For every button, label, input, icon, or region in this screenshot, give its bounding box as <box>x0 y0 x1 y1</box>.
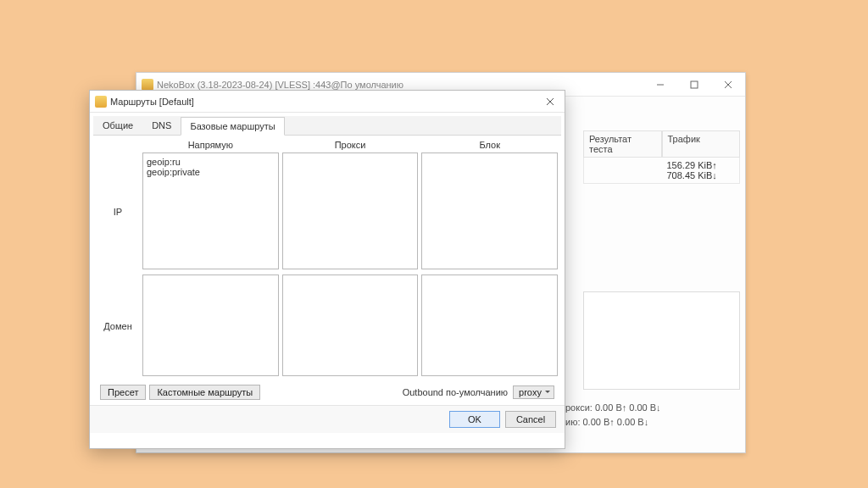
ok-button[interactable]: OK <box>449 411 500 428</box>
main-window-title: NekoBox (3.18-2023-08-24) [VLESS] :443@П… <box>157 80 643 90</box>
ip-proxy-textarea[interactable] <box>282 152 419 269</box>
bottom-controls: Пресет Кастомные маршруты Outbound по-ум… <box>95 381 559 405</box>
routes-content: Напрямую Прокси Блок IP Домен Пресет Кас… <box>90 136 565 405</box>
domain-block-textarea[interactable] <box>421 274 558 376</box>
domain-row: Домен <box>95 274 559 378</box>
column-headers: Напрямую Прокси Блок <box>141 137 559 152</box>
close-icon[interactable] <box>542 94 558 109</box>
app-icon <box>95 96 107 108</box>
ip-block-textarea[interactable] <box>421 152 558 269</box>
status-proxy-line: рокси: 0.00 B↑ 0.00 B↓ <box>565 402 661 413</box>
dialog-button-bar: OK Cancel <box>90 405 565 433</box>
col-traffic[interactable]: Трафик <box>662 130 741 158</box>
minimize-button[interactable] <box>643 73 677 96</box>
col-test-result[interactable]: Результат теста <box>583 130 662 158</box>
domain-proxy-textarea[interactable] <box>282 274 419 376</box>
outbound-default-label: Outbound по-умолчанию <box>403 387 508 397</box>
cell-traffic: 156.29 KiB↑ 708.45 KiB↓ <box>662 158 740 183</box>
dialog-title: Маршруты [Default] <box>110 97 542 107</box>
ip-row-label: IP <box>95 152 141 271</box>
table-row[interactable]: 156.29 KiB↑ 708.45 KiB↓ <box>583 158 740 184</box>
custom-routes-button[interactable]: Кастомные маршруты <box>149 385 260 400</box>
col-direct-header: Напрямую <box>141 137 281 152</box>
status-default-line: ию: 0.00 B↑ 0.00 B↓ <box>565 417 648 427</box>
outbound-default-select[interactable]: proxy <box>513 385 554 399</box>
results-table: Результат теста Трафик 156.29 KiB↑ 708.4… <box>583 130 740 184</box>
svg-rect-0 <box>691 81 698 88</box>
ip-row: IP <box>95 152 559 271</box>
cell-test-result <box>584 158 662 183</box>
col-block-header: Блок <box>420 137 559 152</box>
app-icon <box>142 79 153 91</box>
tab-general[interactable]: Общие <box>93 116 142 135</box>
domain-row-label: Домен <box>95 274 141 378</box>
routes-dialog: Маршруты [Default] Общие DNS Базовые мар… <box>89 90 565 449</box>
maximize-button[interactable] <box>677 73 711 96</box>
col-proxy-header: Прокси <box>281 137 420 152</box>
tab-base-routes[interactable]: Базовые маршруты <box>181 117 284 136</box>
preset-button[interactable]: Пресет <box>100 385 146 400</box>
cancel-button[interactable]: Cancel <box>505 411 556 428</box>
domain-direct-textarea[interactable] <box>142 274 279 376</box>
status-bar-text: рокси: 0.00 B↑ 0.00 B↓ ию: 0.00 B↑ 0.00 … <box>565 401 661 429</box>
tab-dns[interactable]: DNS <box>142 116 181 135</box>
log-textarea[interactable] <box>583 291 740 390</box>
ip-direct-textarea[interactable] <box>142 152 279 269</box>
window-control-buttons <box>643 73 745 96</box>
tab-bar: Общие DNS Базовые маршруты <box>93 116 561 136</box>
dialog-titlebar: Маршруты [Default] <box>90 91 565 113</box>
close-button[interactable] <box>711 73 745 96</box>
